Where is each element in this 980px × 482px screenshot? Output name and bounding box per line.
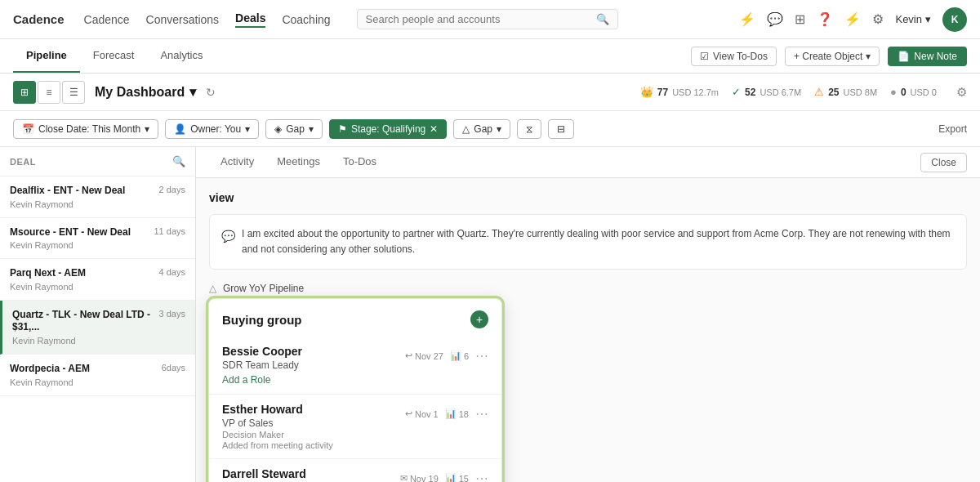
stat-check: ✓ 52 USD 6.7M <box>732 86 801 98</box>
export-button[interactable]: Export <box>938 123 967 135</box>
add-role-link[interactable]: Add a Role <box>222 374 302 386</box>
deal-column-label: DEAL <box>10 157 36 167</box>
bar-count: 📊 18 <box>445 408 469 419</box>
close-icon[interactable]: ✕ <box>430 123 438 135</box>
chevron-down-icon: ▾ <box>925 13 931 25</box>
nav-right: ⚡ 💬 ⊞ ❓ ⚡ ⚙ Kevin ▾ K <box>739 7 967 32</box>
help-icon[interactable]: ❓ <box>817 11 833 27</box>
tab-todos[interactable]: To-Dos <box>332 147 388 177</box>
criteria-item: △ Grow YoY Pipeline <box>209 279 967 297</box>
deal-item-header: Msource - ENT - New Deal 11 days <box>10 226 185 239</box>
warning-icon: ⚠ <box>814 86 824 98</box>
deal-search-icon[interactable]: 🔍 <box>172 155 186 167</box>
chevron-down-icon: ▾ <box>189 84 196 100</box>
stat-warn: ⚠ 25 USD 8M <box>814 86 877 98</box>
user-menu[interactable]: Kevin ▾ <box>895 13 931 25</box>
nav-cadence[interactable]: Cadence <box>84 13 130 26</box>
deal-item-header: Dealflix - ENT - New Deal 2 days <box>10 185 185 198</box>
user-name: Kevin <box>895 13 922 25</box>
chevron-down-icon: ▾ <box>309 123 314 135</box>
more-options-button[interactable]: ⋯ <box>475 348 488 364</box>
filter-owner[interactable]: 👤 Owner: You ▾ <box>165 119 259 139</box>
chevron-down-icon: ▾ <box>497 123 501 135</box>
view-todos-button[interactable]: ☑ View To-Dos <box>691 47 777 66</box>
deal-item-header: Wordpecia - AEM 6days <box>10 363 185 376</box>
deal-list: DEAL 🔍 Dealflix - ENT - New Deal 2 days … <box>0 147 196 482</box>
crown-icon: 👑 <box>640 86 653 98</box>
person-icon: 👤 <box>174 123 186 135</box>
tab-pipeline[interactable]: Pipeline <box>13 39 80 73</box>
filter-close-date[interactable]: 📅 Close Date: This Month ▾ <box>13 119 158 139</box>
more-options-button[interactable]: ⋯ <box>475 471 488 482</box>
gap-icon: ◈ <box>274 123 282 135</box>
deal-item[interactable]: Dealflix - ENT - New Deal 2 days Kevin R… <box>0 176 195 218</box>
nav-logo: Cadence <box>13 12 65 26</box>
close-panel-button[interactable]: Close <box>920 153 967 172</box>
filter-funnel-button[interactable]: ⧖ <box>517 119 541 139</box>
deal-item[interactable]: Parq Next - AEM 4 days Kevin Raymond <box>0 259 195 301</box>
messages-icon[interactable]: 💬 <box>767 11 783 27</box>
reply-icon: ↩ <box>405 350 412 361</box>
email-icon: ✉ <box>400 473 408 482</box>
settings-icon[interactable]: ⚙ <box>872 11 884 27</box>
filter-gap[interactable]: ◈ Gap ▾ <box>265 119 323 139</box>
nav-conversations[interactable]: Conversations <box>146 13 220 26</box>
dashboard-title[interactable]: My Dashboard ▾ <box>95 84 196 100</box>
filter-stage[interactable]: ⚑ Stage: Qualifying ✕ <box>329 119 447 139</box>
bar-count: 📊 15 <box>445 473 469 482</box>
list-view-button[interactable]: ≡ <box>38 81 60 104</box>
avatar: K <box>942 7 967 32</box>
person-title: VP of Sales <box>222 417 333 429</box>
reply-icon: ↩ <box>405 408 412 419</box>
chevron-down-icon: ▾ <box>145 123 149 135</box>
filter-bar: 📅 Close Date: This Month ▾ 👤 Owner: You … <box>0 111 980 147</box>
grid-icon[interactable]: ⊞ <box>795 11 805 27</box>
deal-item[interactable]: Msource - ENT - New Deal 11 days Kevin R… <box>0 218 195 260</box>
buying-group-person: Esther Howard VP of Sales Decision Maker… <box>209 395 501 459</box>
refresh-button[interactable]: ↻ <box>206 86 216 99</box>
check-icon: ✓ <box>732 86 741 98</box>
person-title: SDR Team Leady <box>222 359 302 371</box>
columns-icon: ⊟ <box>557 123 565 135</box>
top-nav: Cadence Cadence Conversations Deals Coac… <box>0 0 980 39</box>
note-icon: 💬 <box>221 227 235 257</box>
deal-item[interactable]: Wordpecia - AEM 6days Kevin Raymond <box>0 355 195 396</box>
stat-zero: ● 0 USD 0 <box>890 86 937 98</box>
grid-view-button[interactable]: ⊞ <box>13 81 36 104</box>
chevron-down-icon: ▾ <box>245 123 250 135</box>
search-bar[interactable]: 🔍 <box>357 9 618 29</box>
sub-nav-links: Pipeline Forecast Analytics <box>13 39 216 73</box>
bar-chart-icon: 📊 <box>445 408 457 419</box>
contact-date: ↩ Nov 1 <box>405 408 439 419</box>
calendar-icon: 📅 <box>22 123 34 135</box>
tab-forecast[interactable]: Forecast <box>80 39 148 73</box>
nav-coaching[interactable]: Coaching <box>282 13 330 26</box>
new-note-button[interactable]: 📄 New Note <box>888 47 967 66</box>
sub-nav-right: ☑ View To-Dos + Create Object ▾ 📄 New No… <box>691 47 967 66</box>
tab-activity[interactable]: Activity <box>209 147 265 177</box>
tab-meetings[interactable]: Meetings <box>265 147 332 177</box>
tab-analytics[interactable]: Analytics <box>147 39 216 73</box>
bolt-icon[interactable]: ⚡ <box>844 11 861 27</box>
person-name: Darrell Steward <box>222 467 345 480</box>
more-options-button[interactable]: ⋯ <box>475 406 488 422</box>
nav-deals[interactable]: Deals <box>235 11 265 28</box>
deal-list-header: DEAL 🔍 <box>0 147 195 176</box>
table-view-button[interactable]: ☰ <box>62 81 85 104</box>
deal-item-active[interactable]: Quartz - TLK - New Deal LTD - $31,... 3 … <box>0 301 195 355</box>
view-icons: ⊞ ≡ ☰ <box>13 81 85 104</box>
filter-columns-button[interactable]: ⊟ <box>548 119 574 139</box>
stat-crown: 👑 77 USD 12.7m <box>640 86 719 98</box>
buying-group-add-button[interactable]: + <box>470 310 488 328</box>
buying-group-person: Bessie Cooper SDR Team Leady Add a Role … <box>209 337 501 395</box>
activity-icon[interactable]: ⚡ <box>739 11 755 27</box>
filter-gap-2[interactable]: △ Gap ▾ <box>453 119 510 139</box>
dashboard-settings-icon[interactable]: ⚙ <box>956 85 967 100</box>
search-icon: 🔍 <box>596 13 609 25</box>
zero-icon: ● <box>890 86 897 98</box>
create-object-button[interactable]: + Create Object ▾ <box>785 47 880 66</box>
search-input[interactable] <box>366 13 596 25</box>
buying-group-header: Buying group + <box>209 299 501 337</box>
contact-date: ✉ Nov 19 <box>400 473 439 482</box>
nav-links: Cadence Conversations Deals Coaching <box>84 11 331 28</box>
